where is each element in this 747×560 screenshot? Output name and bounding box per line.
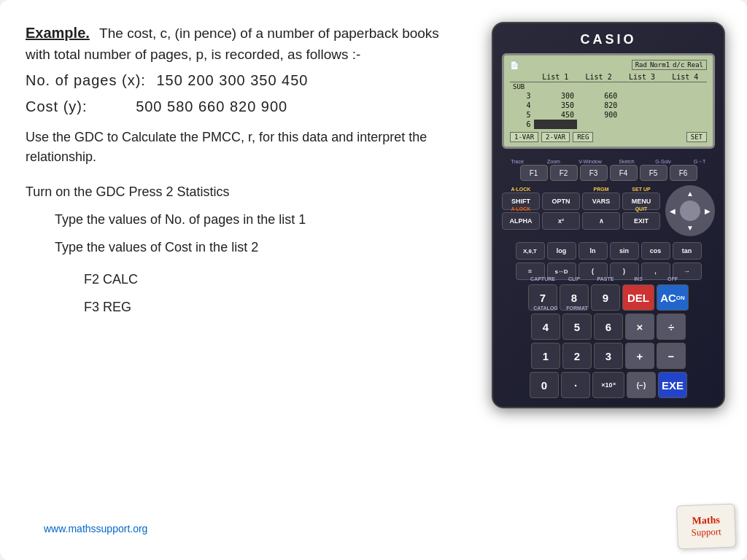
instruction-text: Use the GDC to Calculate the PMCC, r, fo… (26, 128, 466, 167)
cost-values: 500 580 660 820 900 (136, 98, 287, 114)
negate-button[interactable]: (−) (627, 372, 656, 398)
nav-center[interactable] (680, 201, 700, 221)
f4-button[interactable]: F4 (610, 165, 638, 181)
btn-4[interactable]: CATALOG4 (531, 314, 560, 340)
nav-left-arrow[interactable]: ◀ (670, 207, 676, 215)
steps-section: Turn on the GDC Press 2 Statistics Type … (26, 179, 466, 320)
btn-9[interactable]: PASTE9 (591, 284, 620, 311)
fkey-label-gt: G→T (686, 159, 713, 164)
screen-btn-set[interactable]: SET (686, 132, 707, 142)
row-l2: 660 (577, 91, 620, 101)
xthetat-button[interactable]: X,θ,T (516, 242, 545, 260)
btn-2[interactable]: 2 (562, 343, 592, 369)
f6-button[interactable]: F6 (670, 165, 697, 181)
sub-label: SUB (510, 82, 534, 92)
row-alpha-exit: A·LOCK ALPHA x² ∧ QUIT EXIT (502, 212, 660, 230)
mode-real: Real (687, 61, 703, 69)
f2-button[interactable]: F2 (550, 165, 578, 181)
col-list3: List 3 (620, 72, 663, 82)
row-num: 6 (510, 120, 534, 129)
exe-button[interactable]: EXE (658, 372, 687, 398)
pages-row: No. of pages (x): 150 200 300 350 450 (26, 69, 466, 91)
step1-text: Turn on the GDC Press 2 Statistics (26, 179, 229, 205)
step4b-text: F3 REG (84, 294, 131, 320)
table-row: 4 350 820 (510, 101, 707, 110)
screen-btn-1var[interactable]: 1-VAR (510, 132, 538, 142)
dot-button[interactable]: · (561, 372, 590, 398)
main-container: Example. The cost, c, (in pence) of a nu… (0, 0, 747, 560)
sub-l4 (664, 82, 707, 92)
f3-button[interactable]: F3 (580, 165, 608, 181)
btn-5[interactable]: FORMAT5 (562, 314, 592, 340)
tan-button[interactable]: tan (673, 242, 702, 260)
cost-row: Cost (y): 500 580 660 820 900 (26, 96, 466, 117)
divide-button[interactable]: ÷ (657, 314, 686, 340)
btn-1[interactable]: 1 (531, 343, 560, 369)
btn-0[interactable]: 0 (530, 372, 559, 398)
fkey-section: Trace Zoom V-Window Sketch G-Solv G→T F1… (502, 159, 715, 181)
screen-bottom-bar: 1-VAR 2-VAR REG SET (510, 132, 707, 142)
optn-button[interactable]: OPTN (542, 192, 580, 210)
row-l1: 300 (534, 91, 577, 101)
f5-button[interactable]: F5 (640, 165, 667, 181)
example-heading: Example. The cost, c, (in pence) of a nu… (26, 22, 466, 65)
minus-button[interactable]: − (657, 343, 686, 369)
mode-rad: Rad (635, 61, 647, 69)
step2-text: Type the values of No. of pages in the l… (55, 206, 306, 233)
row-l2: 820 (577, 101, 620, 110)
multiply-button[interactable]: × (625, 314, 654, 340)
f1-button[interactable]: F1 (520, 165, 548, 181)
row-l3 (620, 91, 663, 101)
step1-line: Turn on the GDC Press 2 Statistics (26, 179, 466, 205)
vars-button[interactable]: PRGM VARS (582, 192, 620, 210)
alpha-button[interactable]: A·LOCK ALPHA (502, 212, 540, 230)
trig-row: X,θ,T log ln sin cos tan (502, 242, 715, 260)
row-l1: ███ (534, 120, 577, 129)
ln-button[interactable]: ln (578, 242, 608, 260)
calc-screen: 📄 Rad Norm1 d/c Real List 1 List 2 (502, 53, 715, 149)
x2-button[interactable]: x² (542, 212, 580, 230)
plus-button[interactable]: + (625, 343, 654, 369)
footer-url[interactable]: www.mathssupport.org (44, 521, 147, 537)
sin-button[interactable]: sin (610, 242, 639, 260)
nav-down-arrow[interactable]: ▼ (686, 224, 694, 232)
step4a-line: F2 CALC (84, 266, 466, 292)
mode-norm: Norm1 (650, 61, 670, 69)
step2-line: Type the values of No. of pages in the l… (55, 206, 466, 233)
screen-modes: Rad Norm1 d/c Real (632, 60, 707, 70)
ac-button[interactable]: OFFACON (657, 284, 689, 311)
nav-cluster[interactable]: ▲ ▼ ◀ ▶ (665, 185, 715, 236)
btn-3[interactable]: 3 (594, 343, 623, 369)
screen-sub-row: SUB (510, 82, 707, 92)
btn-6[interactable]: 6 (594, 314, 623, 340)
step3-text: Type the values of Cost in the list 2 (55, 234, 258, 260)
exit-button[interactable]: QUIT EXIT (622, 212, 660, 230)
comma-button[interactable]: , (641, 262, 670, 280)
numpad: CAPTURE7 CLIP8 PASTE9 INSDEL OFFACON (502, 284, 715, 398)
fkey-labels: Trace Zoom V-Window Sketch G-Solv G→T (502, 159, 715, 164)
mode-dc: d/c (673, 61, 684, 69)
fkey-label-trace: Trace (503, 159, 531, 164)
screen-doc-icon: 📄 (510, 61, 519, 69)
del-button[interactable]: INSDEL (622, 284, 654, 311)
screen-btn-2var[interactable]: 2-VAR (541, 132, 570, 142)
row-l3 (620, 120, 663, 129)
casio-brand: CASIO (502, 32, 715, 47)
exp-button[interactable]: ×10ˣ (592, 372, 624, 398)
fkey-label-gsolv: G-Solv (649, 159, 677, 164)
cos-button[interactable]: cos (641, 242, 670, 260)
col-list4: List 4 (664, 72, 707, 82)
calculator: CASIO 📄 Rad Norm1 d/c Real (492, 22, 725, 408)
row-l4 (664, 110, 707, 120)
nav-up-arrow[interactable]: ▲ (686, 190, 694, 198)
log-button[interactable]: log (547, 242, 576, 260)
row-l4 (664, 101, 707, 110)
sub-l2 (577, 82, 620, 92)
caret-button[interactable]: ∧ (582, 212, 620, 230)
row-l3 (620, 110, 663, 120)
screen-btn-reg[interactable]: REG (573, 132, 593, 142)
nav-right-arrow[interactable]: ▶ (705, 207, 711, 215)
row-l1: 450 (534, 110, 577, 120)
pages-values: 150 200 300 350 450 (156, 72, 308, 88)
screen-top-bar: 📄 Rad Norm1 d/c Real (510, 60, 707, 70)
